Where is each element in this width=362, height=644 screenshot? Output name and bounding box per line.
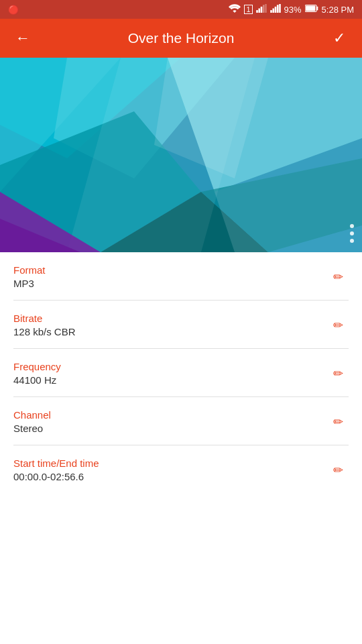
album-art xyxy=(0,58,362,252)
page-title: Over the Horizon xyxy=(42,30,320,46)
format-content: Format MP3 xyxy=(13,264,328,289)
channel-item: Channel Stereo xyxy=(13,397,349,445)
time-range-item: Start time/End time 00:00.0-02:56.6 xyxy=(13,445,349,493)
format-item: Format MP3 xyxy=(13,252,349,301)
svg-rect-8 xyxy=(276,5,278,13)
svg-rect-9 xyxy=(279,4,281,13)
svg-rect-11 xyxy=(316,7,318,11)
album-art-image xyxy=(0,58,362,252)
signal2-icon xyxy=(270,4,281,15)
toolbar: ← Over the Horizon ✓ xyxy=(0,19,362,58)
signal-icon xyxy=(256,4,267,15)
svg-rect-2 xyxy=(260,7,262,13)
more-options-button[interactable] xyxy=(350,224,354,243)
frequency-edit-button[interactable] xyxy=(328,364,349,384)
time-display: 5:28 PM xyxy=(322,5,354,15)
confirm-button[interactable]: ✓ xyxy=(327,30,351,47)
frequency-item: Frequency 44100 Hz xyxy=(13,349,349,397)
wifi-icon xyxy=(229,4,241,15)
channel-value: Stereo xyxy=(13,423,328,434)
svg-rect-12 xyxy=(306,6,315,11)
notification-icon: 🔴 xyxy=(8,5,19,15)
format-edit-button[interactable] xyxy=(328,267,349,287)
format-label: Format xyxy=(13,264,328,276)
back-button[interactable]: ← xyxy=(11,30,35,47)
battery-icon xyxy=(305,3,318,15)
svg-rect-3 xyxy=(262,5,264,13)
format-value: MP3 xyxy=(13,278,328,289)
status-icons: 1 93% xyxy=(229,3,354,15)
frequency-content: Frequency 44100 Hz xyxy=(13,361,328,386)
svg-rect-0 xyxy=(256,10,258,13)
dot3 xyxy=(350,239,354,243)
time-range-value: 00:00.0-02:56.6 xyxy=(13,471,328,482)
channel-content: Channel Stereo xyxy=(13,409,328,434)
time-range-edit-button[interactable] xyxy=(328,460,349,480)
channel-label: Channel xyxy=(13,409,328,421)
svg-rect-1 xyxy=(258,9,260,13)
svg-rect-7 xyxy=(274,7,276,13)
svg-rect-6 xyxy=(272,9,274,13)
svg-rect-4 xyxy=(265,4,267,13)
time-range-label: Start time/End time xyxy=(13,458,328,469)
bitrate-label: Bitrate xyxy=(13,313,328,324)
bitrate-edit-button[interactable] xyxy=(328,315,349,335)
sim-icon: 1 xyxy=(244,5,252,14)
time-range-content: Start time/End time 00:00.0-02:56.6 xyxy=(13,458,328,482)
dot2 xyxy=(350,231,354,235)
frequency-label: Frequency xyxy=(13,361,328,372)
channel-edit-button[interactable] xyxy=(328,412,349,432)
frequency-value: 44100 Hz xyxy=(13,374,328,386)
svg-rect-5 xyxy=(270,10,272,13)
bitrate-item: Bitrate 128 kb/s CBR xyxy=(13,301,349,349)
info-list: Format MP3 Bitrate 128 kb/s CBR Frequenc… xyxy=(0,252,362,493)
battery-percent: 93% xyxy=(284,5,302,15)
dot1 xyxy=(350,224,354,228)
status-bar: 🔴 1 xyxy=(0,0,362,19)
bitrate-content: Bitrate 128 kb/s CBR xyxy=(13,313,328,337)
bitrate-value: 128 kb/s CBR xyxy=(13,326,328,337)
